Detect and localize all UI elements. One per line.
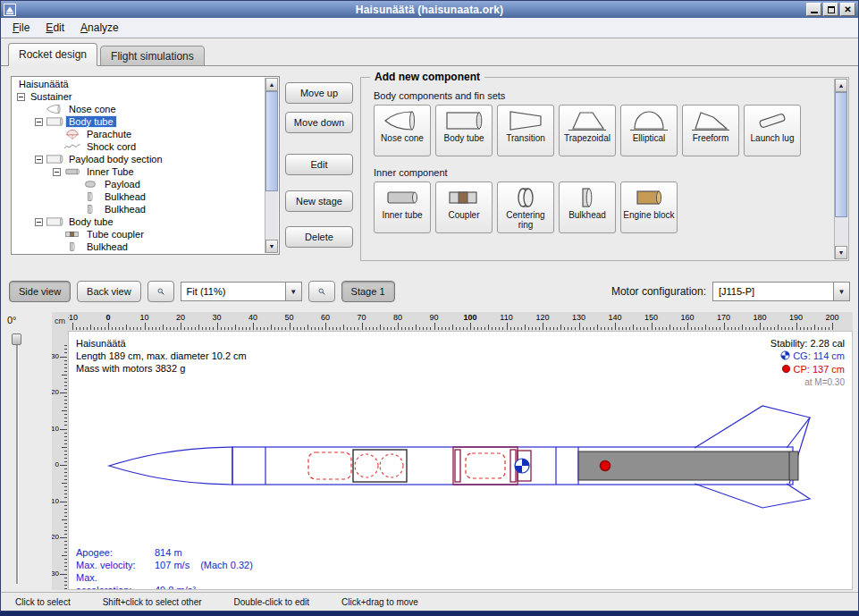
tree-item-parachute[interactable]: Parachute [13,128,265,140]
ruler-tick [156,327,156,330]
scroll-up-arrow-icon[interactable]: ▲ [265,78,278,91]
ruler-tick [366,327,366,330]
menu-edit[interactable]: Edit [38,19,72,37]
chevron-down-icon[interactable]: ▼ [833,283,849,300]
scrollbar-thumb[interactable] [835,92,847,217]
tree-item-body-tube[interactable]: Body tube [13,215,265,228]
ruler-tick [235,325,236,330]
tree-item-bulkhead[interactable]: Bulkhead [13,203,265,215]
ruler-tick [571,327,572,330]
ruler-tick [181,323,181,330]
scrollbar-thumb[interactable] [265,91,278,191]
add-centering-ring-button[interactable]: Centering ring [497,181,554,233]
scroll-down-arrow-icon[interactable]: ▼ [835,246,847,259]
stage-1-toggle-button[interactable]: Stage 1 [341,281,395,302]
ruler-tick [550,327,551,330]
ruler-tick [629,327,630,330]
add-nose-cone-button[interactable]: Nose cone [374,105,431,156]
tree-item-tube-coupler[interactable]: Tube coupler [13,228,265,240]
tree-item-bulkhead[interactable]: Bulkhead [13,190,265,203]
ruler-tick [821,327,822,330]
ruler-tick [626,327,627,330]
tree-collapse-handle-icon[interactable] [35,156,43,164]
ruler-tick [285,327,286,330]
move-up-button[interactable]: Move up [285,82,353,104]
component-button-label: Inner tube [375,210,429,220]
add-inner-tube-button[interactable]: Inner tube [374,181,431,233]
motor-configuration-select[interactable]: [J115-P] ▼ [712,282,850,301]
scroll-up-arrow-icon[interactable]: ▲ [835,79,847,92]
delete-button[interactable]: Delete [285,226,353,248]
tree-scrollbar[interactable]: ▲ ▼ [265,78,278,253]
menu-file[interactable]: File [4,19,38,37]
ruler-tick [64,414,67,415]
add-trapezoidal-button[interactable]: Trapezoidal [559,105,616,156]
ruler-tick [119,327,120,330]
maximize-button[interactable] [823,3,838,16]
ruler-tick [64,552,67,553]
ruler-tick [586,327,587,330]
ruler-tick [590,327,591,330]
tree-collapse-handle-icon[interactable] [53,168,61,176]
ruler-tick [716,327,717,330]
tree-item-bulkhead[interactable]: Bulkhead [13,240,265,253]
tree-item-inner-tube[interactable]: Inner Tube [13,165,265,178]
ruler-label: 140 [608,313,621,322]
tree-item-payload[interactable]: Payload [13,178,265,190]
ruler-tick [64,562,67,563]
ruler-label: 150 [644,313,658,322]
add-engine-block-button[interactable]: Engine block [620,181,678,233]
new-stage-button[interactable]: New stage [285,190,353,212]
add-bulkhead-button[interactable]: Bulkhead [559,181,616,233]
zoom-out-button[interactable] [147,281,174,302]
tab-flight-simulations[interactable]: Flight simulations [100,46,205,66]
inner-tube-outline[interactable] [353,450,407,482]
ruler-tick [83,327,84,330]
shock-cord-icon [63,141,81,152]
side-view-button[interactable]: Side view [9,281,71,302]
rocket-canvas[interactable]: Haisunäätä Length 189 cm, max. diameter … [68,331,853,590]
slider-handle[interactable] [12,333,21,345]
payload-parachute-outline[interactable] [466,453,505,478]
ruler-tick [64,433,67,434]
add-launch-lug-button[interactable]: Launch lug [744,105,801,156]
tree-item-haisun-t[interactable]: Haisunäätä [13,78,265,90]
tab-rocket-design[interactable]: Rocket design [8,43,97,66]
component-button-label: Nose cone [375,133,429,143]
zoom-in-button[interactable] [308,281,335,302]
add-body-tube-button[interactable]: Body tube [435,105,493,156]
back-view-button[interactable]: Back view [77,281,141,302]
edit-button[interactable]: Edit [285,154,353,175]
ruler-tick [64,566,67,567]
add-freeform-button[interactable]: Freeform [682,105,739,156]
tree-collapse-handle-icon[interactable] [35,218,43,226]
tree-item-label: Nose cone [66,104,119,114]
add-elliptical-button[interactable]: Elliptical [620,105,678,156]
ruler-tick [553,327,554,330]
minimize-button[interactable] [806,3,821,16]
zoom-select[interactable]: Fit (11%) ▼ [181,282,302,301]
motor-shape[interactable] [578,451,798,480]
close-button[interactable]: ✕ [840,3,855,16]
add-coupler-button[interactable]: Coupler [435,181,493,233]
tree-item-sustainer[interactable]: Sustainer [13,90,265,103]
title-bar[interactable]: Haisunäätä (haisunaata.ork) ✕ [1,1,858,18]
ruler-tick [647,327,648,330]
tree-collapse-handle-icon[interactable] [35,118,43,126]
move-down-button[interactable]: Move down [285,112,353,133]
scroll-down-arrow-icon[interactable]: ▼ [265,240,278,253]
add-panel-scrollbar[interactable]: ▲ ▼ [834,79,847,259]
chevron-down-icon[interactable]: ▼ [285,283,301,300]
add-transition-button[interactable]: Transition [497,105,554,156]
parachute-outline[interactable] [308,452,351,479]
tree-item-body-tube[interactable]: Body tube [13,115,265,128]
menu-analyze[interactable]: Analyze [72,19,127,37]
cg-icon [780,350,790,363]
tree-collapse-handle-icon[interactable] [17,93,25,101]
nose-cone-shape[interactable] [109,447,232,485]
ruler-tick [495,327,496,330]
tree-item-payload-body-section[interactable]: Payload body section [13,153,265,165]
tree-item-nose-cone[interactable]: Nose cone [13,103,265,115]
tree-item-shock-cord[interactable]: Shock cord [13,140,265,153]
rotation-slider[interactable] [12,333,22,584]
